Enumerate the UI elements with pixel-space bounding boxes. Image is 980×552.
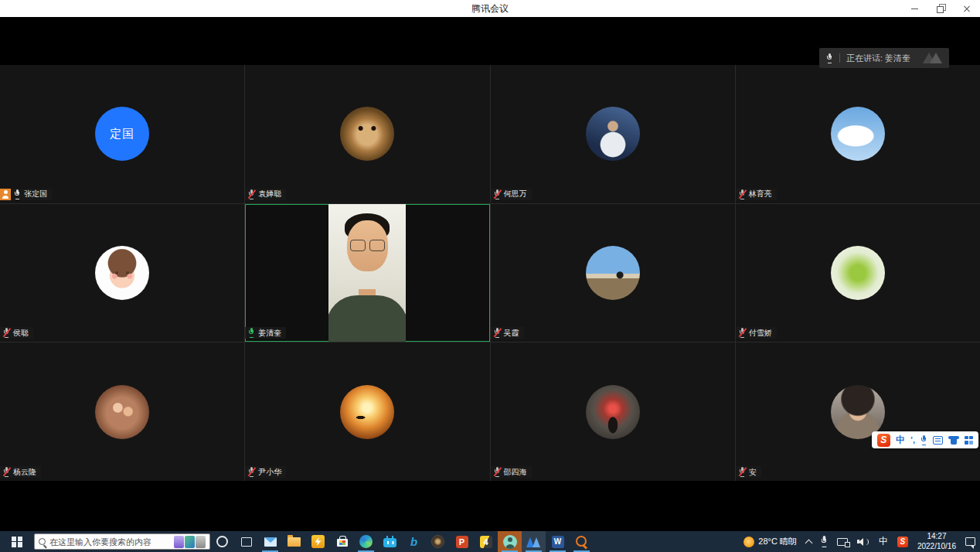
participant-label: 何思万 bbox=[491, 189, 532, 200]
windows-taskbar: b P 4 W 28°C 晴朗 中 S 14:27 2022/10/16 bbox=[0, 531, 980, 552]
lightning-icon bbox=[311, 535, 325, 548]
file-explorer-app[interactable] bbox=[282, 531, 306, 552]
contact-app-active[interactable] bbox=[498, 531, 522, 552]
mic-muted-icon bbox=[739, 189, 746, 199]
tray-volume[interactable] bbox=[852, 531, 874, 552]
microphone-icon bbox=[820, 536, 828, 547]
participant-tile[interactable]: 林育亮 bbox=[736, 65, 980, 203]
mic-icon bbox=[826, 53, 833, 63]
avatar: 定国 bbox=[95, 107, 149, 161]
mic-muted-icon bbox=[739, 467, 746, 477]
word-app[interactable]: W bbox=[546, 531, 570, 552]
tencent-meeting-window: 腾讯会议 正在讲话: 姜清奎 定国 张定国 bbox=[0, 0, 980, 552]
participant-name: 付雪娇 bbox=[749, 328, 772, 339]
game-app[interactable] bbox=[426, 531, 450, 552]
host-icon bbox=[0, 189, 11, 200]
participant-tile[interactable]: 杨云隆 bbox=[0, 342, 244, 481]
participant-label: 尹小华 bbox=[245, 466, 286, 478]
clock-date: 2022/10/16 bbox=[917, 542, 956, 552]
search-input[interactable] bbox=[49, 537, 170, 547]
participant-name: 邵四海 bbox=[504, 467, 527, 478]
powerpoint-icon: P bbox=[456, 536, 468, 548]
sogou-logo-icon[interactable]: S bbox=[877, 434, 890, 447]
mic-muted-icon bbox=[739, 328, 746, 338]
tray-microphone[interactable] bbox=[816, 531, 832, 552]
participant-tile[interactable]: 邵四海 bbox=[491, 342, 735, 481]
taskbar-search-box[interactable] bbox=[34, 533, 210, 550]
tray-network-display[interactable] bbox=[832, 531, 852, 552]
bilibili-tv-icon bbox=[383, 538, 396, 547]
store-bag-icon bbox=[337, 537, 348, 547]
mic-muted-icon bbox=[494, 189, 501, 199]
participant-tile-active-speaker[interactable]: 姜清奎 bbox=[245, 204, 489, 342]
mic-speaking-icon bbox=[248, 328, 255, 338]
participant-tile[interactable]: 定国 张定国 bbox=[0, 65, 244, 203]
ime-punctuation[interactable]: ’, bbox=[910, 435, 915, 445]
speaking-banner: 正在讲话: 姜清奎 bbox=[819, 48, 949, 68]
tray-overflow-button[interactable] bbox=[801, 531, 816, 552]
participant-tile[interactable]: 安 bbox=[736, 342, 980, 481]
system-tray: 28°C 晴朗 中 S 14:27 2022/10/16 bbox=[739, 531, 980, 552]
participant-label: 杨云隆 bbox=[0, 466, 41, 478]
edge-browser-app[interactable] bbox=[354, 531, 378, 552]
participant-tile[interactable]: 侯聪 bbox=[0, 204, 244, 342]
chevron-up-icon bbox=[805, 539, 812, 547]
mail-icon bbox=[264, 537, 277, 547]
avatar bbox=[586, 246, 640, 300]
mic-muted-icon bbox=[494, 328, 501, 338]
bilibili-app[interactable] bbox=[378, 531, 402, 552]
participant-label: 付雪娇 bbox=[736, 327, 777, 339]
weather-widget[interactable]: 28°C 晴朗 bbox=[739, 531, 801, 552]
avatar bbox=[586, 107, 640, 161]
search-icon bbox=[39, 538, 46, 545]
ime-voice-icon[interactable] bbox=[920, 435, 927, 445]
speaking-banner-text: 正在讲话: 姜清奎 bbox=[846, 53, 910, 64]
participant-tile[interactable]: 袁婵聪 bbox=[245, 65, 489, 203]
ime-chinese-mode[interactable]: 中 bbox=[896, 434, 905, 447]
search-highlight-thumbnails[interactable] bbox=[174, 536, 206, 548]
powerpoint-app[interactable]: P bbox=[450, 531, 474, 552]
mic-muted-icon bbox=[3, 467, 10, 477]
participant-name: 张定国 bbox=[24, 189, 47, 199]
ime-toolbox-icon[interactable] bbox=[933, 436, 943, 445]
participant-label: 侯聪 bbox=[0, 327, 33, 339]
contact-avatar-icon bbox=[503, 535, 517, 549]
ime-grid-icon[interactable] bbox=[965, 436, 973, 445]
viewer-4k-app[interactable]: 4 bbox=[474, 531, 498, 552]
task-view-button[interactable] bbox=[234, 531, 258, 552]
lightning-viewer-app[interactable] bbox=[306, 531, 330, 552]
participant-name: 吴霞 bbox=[504, 328, 519, 339]
start-button[interactable] bbox=[0, 531, 34, 552]
participant-label: 吴霞 bbox=[491, 327, 524, 339]
participant-tile[interactable]: 付雪娇 bbox=[736, 204, 980, 342]
participant-tile[interactable]: 尹小华 bbox=[245, 342, 489, 481]
tencent-meeting-app-active[interactable] bbox=[522, 531, 546, 552]
mail-app[interactable] bbox=[258, 531, 282, 552]
search-tool-app[interactable] bbox=[570, 531, 594, 552]
bing-app[interactable]: b bbox=[402, 531, 426, 552]
cortana-icon bbox=[216, 536, 228, 547]
avatar bbox=[95, 385, 149, 439]
ime-skin-icon[interactable] bbox=[948, 436, 959, 445]
tray-ime-mode[interactable]: 中 bbox=[874, 531, 893, 552]
avatar bbox=[831, 107, 885, 161]
mic-on-icon bbox=[14, 189, 21, 199]
microsoft-store-app[interactable] bbox=[330, 531, 354, 552]
participant-label: 张定国 bbox=[0, 189, 52, 200]
avatar bbox=[831, 246, 885, 300]
restore-icon[interactable] bbox=[927, 0, 954, 17]
participant-name: 何思万 bbox=[504, 189, 527, 199]
cortana-button[interactable] bbox=[210, 531, 234, 552]
close-icon[interactable] bbox=[954, 0, 980, 17]
person-glasses bbox=[349, 240, 386, 250]
action-center-button[interactable] bbox=[961, 531, 980, 552]
mic-muted-icon bbox=[248, 467, 255, 477]
participant-tile[interactable]: 吴霞 bbox=[491, 204, 735, 342]
live-video bbox=[328, 204, 406, 342]
tray-sogou[interactable]: S bbox=[893, 531, 913, 552]
participant-label: 袁婵聪 bbox=[245, 189, 286, 200]
participant-tile[interactable]: 何思万 bbox=[491, 65, 735, 203]
tray-clock[interactable]: 14:27 2022/10/16 bbox=[913, 532, 961, 551]
minimize-icon[interactable] bbox=[901, 0, 927, 17]
game-icon bbox=[431, 535, 444, 548]
